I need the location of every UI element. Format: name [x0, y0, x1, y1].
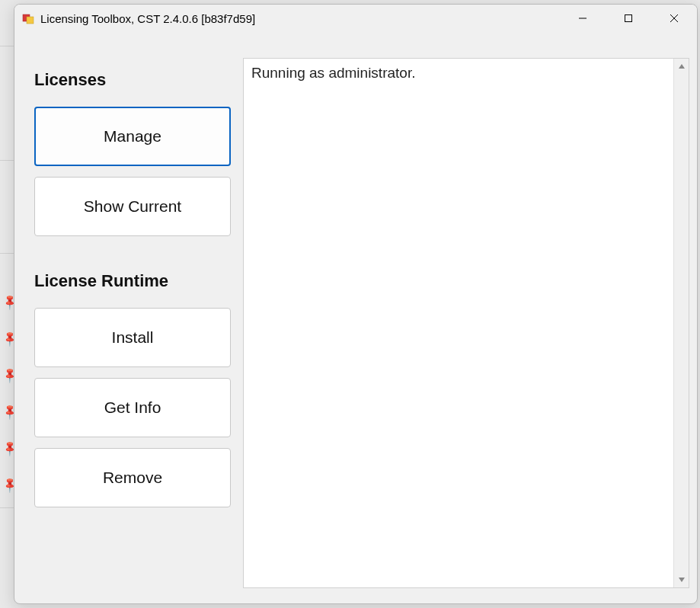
svg-marker-7: [679, 578, 685, 582]
content-area: Licenses Manage Show Current License Run…: [14, 32, 697, 603]
log-panel: Running as administrator.: [243, 58, 689, 588]
install-button-label: Install: [112, 328, 154, 347]
scroll-down-arrow-icon[interactable]: [674, 572, 689, 587]
close-button[interactable]: [651, 5, 697, 32]
scroll-up-arrow-icon[interactable]: [674, 59, 689, 74]
runtime-heading: License Runtime: [34, 271, 228, 291]
minimize-button[interactable]: [560, 5, 606, 32]
remove-button[interactable]: Remove: [34, 448, 231, 507]
show-current-button-label: Show Current: [84, 197, 181, 216]
app-icon: [22, 12, 34, 24]
scrollbar[interactable]: [673, 59, 689, 587]
window-title: Licensing Toolbox, CST 2.4.0.6 [b83f7d59…: [40, 12, 255, 25]
remove-button-label: Remove: [103, 469, 162, 487]
background-items: 📌 📌 📌 📌 📌 📌: [0, 0, 15, 608]
window-controls: [560, 5, 697, 32]
maximize-button[interactable]: [606, 5, 651, 32]
titlebar-left: Licensing Toolbox, CST 2.4.0.6 [b83f7d59…: [22, 12, 255, 25]
manage-button[interactable]: Manage: [34, 107, 231, 166]
svg-marker-6: [679, 64, 685, 69]
sidebar: Licenses Manage Show Current License Run…: [22, 40, 228, 596]
install-button[interactable]: Install: [34, 308, 231, 367]
manage-button-label: Manage: [104, 127, 161, 146]
titlebar: Licensing Toolbox, CST 2.4.0.6 [b83f7d59…: [14, 5, 697, 32]
licenses-heading: Licenses: [34, 70, 228, 90]
get-info-button-label: Get Info: [104, 398, 161, 417]
svg-rect-1: [27, 17, 34, 24]
show-current-button[interactable]: Show Current: [34, 177, 231, 236]
svg-rect-3: [625, 15, 632, 22]
log-text: Running as administrator.: [244, 59, 673, 587]
get-info-button[interactable]: Get Info: [34, 378, 231, 437]
app-window: Licensing Toolbox, CST 2.4.0.6 [b83f7d59…: [14, 4, 698, 604]
